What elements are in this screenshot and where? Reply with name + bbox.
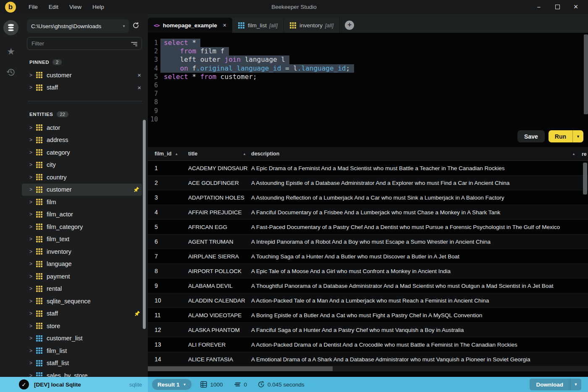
chevron-right-icon[interactable]: > — [29, 335, 36, 341]
sidebar-item-sales_by_store[interactable]: > sales_by_store — [22, 369, 148, 377]
unpin-close-icon[interactable]: × — [136, 84, 143, 91]
sidebar-item-inventory[interactable]: > inventory — [22, 245, 148, 258]
chevron-right-icon[interactable]: > — [29, 310, 36, 316]
tab-homepage_example[interactable]: <>homepage_example× — [148, 18, 232, 33]
table-row[interactable]: 6AGENT TRUMANA Intrepid Panorama of a Ro… — [148, 234, 588, 249]
column-header-title[interactable]: title▲ — [188, 151, 251, 157]
chevron-right-icon[interactable]: > — [29, 125, 36, 131]
sidebar-item-country[interactable]: > country — [22, 171, 148, 184]
connection-dropdown[interactable]: C:\Users\ghstng\Downloads ▼ — [27, 19, 129, 33]
table-row[interactable]: 3ADAPTATION HOLESA Astounding Reflection… — [148, 190, 588, 205]
table-row[interactable]: 2ACE GOLDFINGERA Astounding Epistle of a… — [148, 176, 588, 190]
sidebar-item-actor[interactable]: > actor — [22, 121, 148, 134]
sidebar-item-payment[interactable]: > payment — [22, 270, 148, 283]
pin-icon[interactable] — [134, 310, 140, 317]
refresh-icon[interactable] — [132, 22, 139, 31]
maximize-button[interactable] — [551, 2, 564, 13]
chevron-right-icon[interactable]: > — [29, 84, 36, 90]
table-row[interactable]: 7AIRPLANE SIERRAA Touching Saga of a Hun… — [148, 249, 588, 264]
table-row[interactable]: 12ALASKA PHANTOMA Fanciful Saga of a Hun… — [148, 323, 588, 337]
sidebar-item-category[interactable]: > category — [22, 146, 148, 159]
table-row[interactable]: 8AIRPORT POLLOCKA Epic Tale of a Moose A… — [148, 264, 588, 279]
chevron-right-icon[interactable]: > — [29, 199, 36, 205]
table-row[interactable]: 5AFRICAN EGGA Fast-Paced Documentary of … — [148, 220, 588, 234]
sidebar-item-staff[interactable]: > staff — [22, 308, 148, 320]
window-controls: − × — [533, 0, 588, 14]
column-header-description[interactable]: description▲ — [251, 151, 588, 157]
results-vertical-scrollbar[interactable] — [583, 163, 587, 195]
download-options-caret[interactable]: ▼ — [570, 379, 581, 390]
sort-asc-icon: ▲ — [572, 152, 575, 156]
menu-edit[interactable]: Edit — [44, 2, 63, 12]
minimize-button[interactable]: − — [533, 2, 545, 13]
chevron-right-icon[interactable]: > — [29, 150, 36, 155]
sidebar-item-language[interactable]: > language — [22, 258, 148, 271]
save-button[interactable]: Save — [517, 130, 545, 142]
table-row[interactable]: 10ALADDIN CALENDARA Action-Packed Tale o… — [148, 293, 588, 308]
run-button[interactable]: Run ▼ — [549, 130, 583, 142]
table-row[interactable]: 13ALI FOREVERA Action-Packed Drama of a … — [148, 337, 588, 352]
sidebar-item-address[interactable]: > address — [22, 134, 148, 147]
chevron-right-icon[interactable]: > — [29, 137, 36, 143]
sidebar-item-film_list[interactable]: > film_list — [22, 345, 148, 357]
result-selector-button[interactable]: Result 1 ▼ — [152, 379, 192, 390]
sidebar-item-customer[interactable]: > customer× — [22, 69, 148, 82]
table-row[interactable]: 11ALAMO VIDEOTAPEA Boring Epistle of a B… — [148, 308, 588, 323]
sidebar-item-film[interactable]: > film — [22, 196, 148, 208]
sidebar-scrollbar[interactable] — [143, 120, 146, 329]
table-row[interactable]: 9ALABAMA DEVILA Thoughtful Panorama of a… — [148, 279, 588, 293]
sidebar-item-customer[interactable]: > customer — [22, 184, 142, 196]
table-row[interactable]: 14ALICE FANTASIAA Emotional Drama of a A… — [148, 352, 588, 366]
menu-file[interactable]: File — [24, 2, 43, 12]
sidebar-item-staff_list[interactable]: > staff_list — [22, 357, 148, 370]
sidebar-item-rental[interactable]: > rental — [22, 283, 148, 295]
results-horizontal-scrollbar[interactable] — [148, 366, 588, 371]
chevron-right-icon[interactable]: > — [29, 286, 36, 292]
unpin-close-icon[interactable]: × — [136, 71, 143, 79]
download-button[interactable]: Download ▼ — [530, 379, 582, 390]
column-header-clipped[interactable]: re — [582, 147, 588, 161]
chevron-right-icon[interactable]: > — [29, 298, 36, 304]
table-row[interactable]: 4AFFAIR PREJUDICEA Fanciful Documentary … — [148, 205, 588, 220]
menu-view[interactable]: View — [64, 2, 87, 12]
history-icon[interactable] — [6, 67, 16, 79]
sidebar-item-film_text[interactable]: > film_text — [22, 233, 148, 246]
table-row[interactable]: 1ACADEMY DINOSAURA Epic Drama of a Femin… — [148, 161, 588, 176]
menu-help[interactable]: Help — [87, 2, 109, 12]
sidebar-item-city[interactable]: > city — [22, 159, 148, 171]
horizontal-scroll-thumb[interactable] — [148, 366, 333, 371]
sidebar-item-film_category[interactable]: > film_category — [22, 221, 148, 233]
chevron-right-icon[interactable]: > — [29, 224, 36, 230]
tab-film_list[interactable]: film_list[all] — [232, 18, 284, 33]
sidebar-item-sqlite_sequence[interactable]: > sqlite_sequence — [22, 295, 148, 308]
sidebar-item-film_actor[interactable]: > film_actor — [22, 208, 148, 221]
chevron-right-icon[interactable]: > — [29, 323, 36, 329]
chevron-right-icon[interactable]: > — [29, 162, 36, 168]
favorites-star-icon[interactable]: ★ — [7, 47, 15, 56]
new-tab-button[interactable]: + — [345, 21, 354, 30]
sidebar-item-customer_list[interactable]: > customer_list — [22, 332, 148, 345]
tab-close-icon[interactable]: × — [223, 22, 226, 29]
sql-editor[interactable]: 1select *2 from film f3 left outer join … — [148, 33, 588, 145]
chevron-right-icon[interactable]: > — [29, 72, 36, 78]
run-options-caret[interactable]: ▼ — [572, 130, 583, 142]
chevron-right-icon[interactable]: > — [29, 261, 36, 267]
chevron-right-icon[interactable]: > — [29, 274, 36, 279]
filter-input[interactable]: Filter — [27, 37, 142, 50]
editor-scrollbar[interactable] — [584, 34, 588, 114]
database-icon[interactable] — [3, 20, 18, 35]
chevron-right-icon[interactable]: > — [29, 373, 36, 377]
close-button[interactable]: × — [570, 2, 582, 13]
sidebar-item-store[interactable]: > store — [22, 320, 148, 332]
chevron-right-icon[interactable]: > — [29, 211, 36, 217]
column-header-film-id[interactable]: film_id▲ — [148, 151, 188, 157]
chevron-right-icon[interactable]: > — [29, 249, 36, 255]
chevron-right-icon[interactable]: > — [29, 360, 36, 366]
chevron-right-icon[interactable]: > — [29, 348, 36, 354]
chevron-right-icon[interactable]: > — [29, 174, 36, 180]
sidebar-item-staff[interactable]: > staff× — [22, 82, 148, 94]
chevron-right-icon[interactable]: > — [29, 236, 36, 242]
tab-inventory[interactable]: inventory[all] — [284, 18, 340, 33]
pin-icon[interactable] — [133, 187, 139, 193]
chevron-right-icon[interactable]: > — [29, 187, 36, 192]
